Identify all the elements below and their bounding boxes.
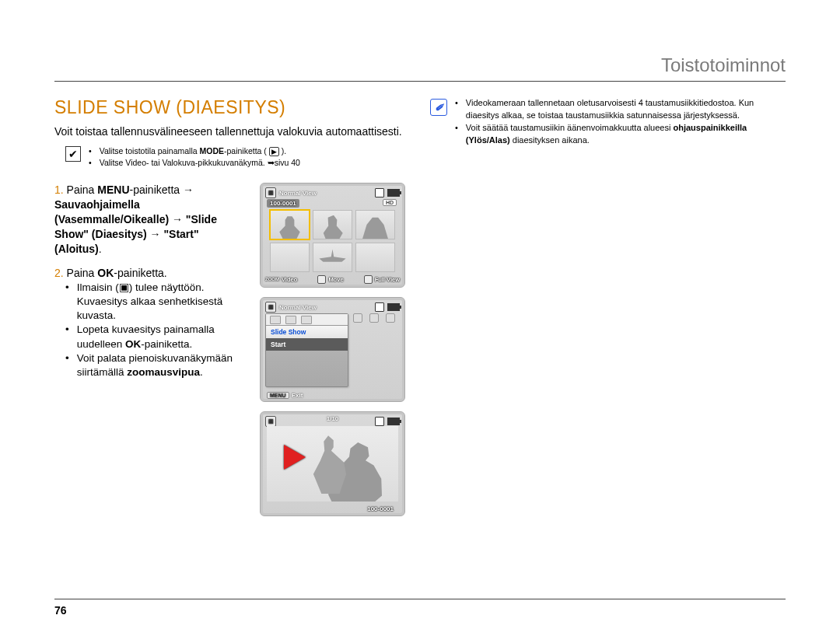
bottom-fullview-label: Full View [375, 276, 400, 283]
thumbnail-grid [270, 210, 395, 272]
step-1: 1. Paina MENU-painiketta → Sauvaohjaimel… [54, 183, 249, 256]
bullet-icon [65, 281, 72, 323]
steps-and-screens: 1. Paina MENU-painiketta → Sauvaohjaimel… [54, 183, 408, 516]
slideshow-indicator-icon: ▣ [119, 281, 129, 293]
photo-mode-icon: ▣ [265, 302, 276, 313]
step2-sub1: Ilmaisin (▣) tulee näyttöön. Kuvaesitys … [77, 281, 249, 323]
bullet-icon [455, 97, 461, 122]
photo-counter: 1/10 [327, 415, 339, 422]
thumbnail [313, 243, 352, 272]
full-photo [267, 426, 398, 501]
step-number: 1. [54, 183, 67, 196]
thumbnail [355, 243, 395, 272]
lcd-slideshow-playing: ▣ 1/10 [260, 411, 405, 516]
prerequisites-box: ✔ Valitse toistotila painamalla MODE-pai… [65, 145, 408, 169]
intro-text: Voit toistaa tallennusvälineeseen tallen… [54, 124, 408, 139]
two-column-layout: SLIDE SHOW (DIAESITYS) Voit toistaa tall… [54, 97, 786, 516]
hd-badge: HD [383, 199, 397, 206]
precheck-line1: Valitse toistotila painamalla MODE-paini… [100, 145, 286, 157]
folder-number: 100-0001 [267, 199, 299, 208]
bullet-icon [455, 122, 461, 147]
precheck-line2: Valitse Video- tai Valokuva-pikkukuvanäk… [100, 157, 300, 169]
thumbnail [270, 210, 310, 239]
battery-icon [387, 189, 400, 197]
screen-title: Normal View [279, 304, 317, 311]
bullet-icon [65, 323, 72, 351]
left-column: SLIDE SHOW (DIAESITYS) Voit toistaa tall… [54, 97, 408, 516]
step2-sub2: Lopeta kuvaesitys painamalla uudelleen O… [77, 323, 249, 351]
step-number: 2. [54, 267, 67, 279]
lcd-menu-slideshow: ▣ Normal View Slide Show Start [260, 297, 405, 402]
right-column: ✐ Videokameraan tallennetaan oletusarvoi… [430, 97, 784, 516]
chapter-header: Toistotoiminnot [54, 54, 786, 82]
menu-item-slideshow: Slide Show [266, 326, 348, 338]
step2-sub3: Voit palata pienoiskuvanäkymään siirtämä… [77, 351, 249, 379]
bullet-icon [89, 157, 95, 169]
thumbnail [313, 210, 352, 239]
menu-exit-hint: MENUExit [267, 392, 303, 399]
manual-page: Toistotoiminnot SLIDE SHOW (DIAESITYS) V… [0, 0, 840, 643]
step-2: 2. Paina OK-painiketta. Ilmaisin (▣) tul… [54, 266, 249, 379]
lcd-thumbnail-view: ▣ Normal View 100-0001 HD [260, 183, 405, 288]
photo-mode-icon: ▣ [265, 187, 276, 198]
checkmark-icon: ✔ [65, 146, 81, 162]
bottom-video-label: Video [282, 276, 297, 283]
menu-item-start: Start [266, 338, 348, 351]
menu-tabs [266, 314, 348, 326]
screen-title: Normal View [279, 190, 317, 197]
page-title: SLIDE SHOW (DIAESITYS) [54, 97, 408, 118]
bullet-icon [89, 145, 95, 157]
thumbnail [355, 210, 395, 239]
file-number: 100-0001 [367, 505, 394, 512]
photo-mode-icon: ▣ [265, 416, 276, 427]
menu-top-icons [350, 313, 398, 323]
play-icon [284, 445, 306, 470]
battery-icon [387, 303, 400, 311]
screenshot-column: ▣ Normal View 100-0001 HD [260, 183, 408, 516]
sd-card-icon [375, 302, 384, 312]
steps-text: 1. Paina MENU-painiketta → Sauvaohjaimel… [54, 183, 249, 516]
battery-icon [387, 418, 400, 425]
menu-chip-icon: MENU [267, 392, 289, 399]
note-2: Voit säätää taustamusiikin äänenvoimakku… [466, 122, 784, 147]
page-number: 76 [54, 599, 786, 617]
note-icon: ✐ [430, 99, 447, 116]
photo-silhouette [310, 430, 384, 501]
notes-box: ✐ Videokameraan tallennetaan oletusarvoi… [430, 97, 784, 147]
thumbnail [270, 243, 310, 272]
ok-icon [364, 275, 373, 284]
play-icon: ▶ [269, 147, 279, 156]
menu-panel: Slide Show Start [265, 313, 348, 387]
note-1: Videokameraan tallennetaan oletusarvoise… [466, 97, 784, 122]
sd-card-icon [375, 188, 384, 197]
sd-card-icon [375, 417, 384, 426]
nav-icon [317, 275, 326, 284]
bottom-move-label: Move [328, 276, 343, 283]
bullet-icon [65, 351, 72, 379]
